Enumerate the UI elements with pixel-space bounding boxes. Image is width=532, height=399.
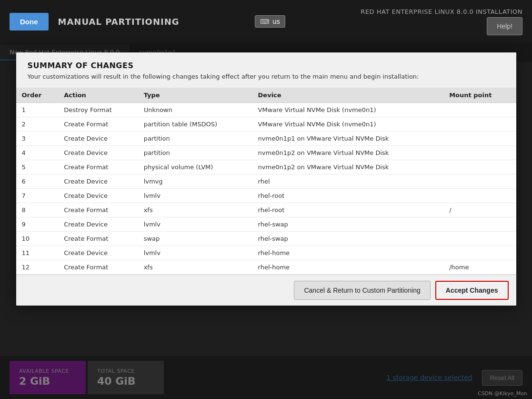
cell-action: Create Device — [58, 246, 138, 260]
col-order: Order — [16, 88, 59, 103]
cell-type: physical volume (LVM) — [138, 160, 252, 174]
col-action: Action — [58, 88, 138, 103]
table-row: 9 Create Device lvmlv rhel-swap — [16, 217, 516, 232]
cell-mount-point — [443, 217, 516, 232]
col-mount-point: Mount point — [443, 88, 516, 103]
table-row: 7 Create Device lvmlv rhel-root — [16, 189, 516, 203]
cell-type: Unknown — [138, 103, 252, 117]
changes-table: Order Action Type Device Mount point 1 D… — [16, 88, 516, 275]
table-row: 2 Create Format partition table (MSDOS) … — [16, 117, 516, 132]
cell-action: Destroy Format — [58, 103, 138, 117]
cell-device: rhel-home — [252, 246, 444, 260]
cell-action: Create Format — [58, 160, 138, 174]
cell-mount-point — [443, 160, 516, 174]
cell-type: partition table (MSDOS) — [138, 117, 252, 132]
cell-mount-point — [443, 232, 516, 246]
cell-order: 11 — [16, 246, 59, 260]
cell-action: Create Format — [58, 203, 138, 217]
cell-action: Create Format — [58, 260, 138, 275]
watermark: CSDN @Kikyo_Mon — [478, 390, 527, 397]
modal-description: Your customizations will result in the f… — [28, 73, 505, 80]
cell-mount-point — [443, 146, 516, 160]
cell-device: rhel-root — [252, 189, 444, 203]
cell-type: lvmvg — [138, 174, 252, 189]
help-button[interactable]: Help! — [487, 17, 522, 35]
cell-device: nvme0n1p2 on VMware Virtual NVMe Disk — [252, 160, 444, 174]
top-bar-right: RED HAT ENTERPRISE LINUX 8.0.0 INSTALLAT… — [361, 8, 522, 35]
installation-subtitle: RED HAT ENTERPRISE LINUX 8.0.0 INSTALLAT… — [361, 8, 522, 15]
cell-mount-point — [443, 103, 516, 117]
cell-mount-point — [443, 246, 516, 260]
cell-type: xfs — [138, 203, 252, 217]
cell-type: lvmlv — [138, 246, 252, 260]
cell-action: Create Device — [58, 189, 138, 203]
done-button[interactable]: Done — [10, 13, 49, 31]
table-row: 5 Create Format physical volume (LVM) nv… — [16, 160, 516, 174]
modal-footer: Cancel & Return to Custom Partitioning A… — [16, 275, 516, 306]
cell-action: Create Device — [58, 174, 138, 189]
top-bar: Done MANUAL PARTITIONING ⌨ us RED HAT EN… — [0, 0, 532, 43]
cell-device: rhel-swap — [252, 232, 444, 246]
cell-device: rhel-home — [252, 260, 444, 275]
keyboard-selector[interactable]: ⌨ us — [255, 15, 285, 28]
cell-type: xfs — [138, 260, 252, 275]
cell-type: partition — [138, 132, 252, 146]
modal-header: SUMMARY OF CHANGES Your customizations w… — [16, 52, 516, 88]
modal-overlay: SUMMARY OF CHANGES Your customizations w… — [0, 43, 532, 399]
cell-device: VMware Virtual NVMe Disk (nvme0n1) — [252, 117, 444, 132]
table-row: 3 Create Device partition nvme0n1p1 on V… — [16, 132, 516, 146]
cell-order: 9 — [16, 217, 59, 232]
cell-action: Create Format — [58, 232, 138, 246]
cell-mount-point — [443, 132, 516, 146]
cell-order: 2 — [16, 117, 59, 132]
table-row: 8 Create Format xfs rhel-root / — [16, 203, 516, 217]
top-bar-left: Done MANUAL PARTITIONING — [10, 13, 180, 31]
col-device: Device — [252, 88, 444, 103]
cell-order: 10 — [16, 232, 59, 246]
cell-order: 3 — [16, 132, 59, 146]
cell-order: 4 — [16, 146, 59, 160]
cell-type: lvmlv — [138, 189, 252, 203]
cell-mount-point — [443, 189, 516, 203]
cell-device: VMware Virtual NVMe Disk (nvme0n1) — [252, 103, 444, 117]
col-type: Type — [138, 88, 252, 103]
cell-order: 12 — [16, 260, 59, 275]
cell-mount-point: /home — [443, 260, 516, 275]
cell-mount-point — [443, 117, 516, 132]
cell-mount-point: / — [443, 203, 516, 217]
cell-order: 7 — [16, 189, 59, 203]
table-row: 4 Create Device partition nvme0n1p2 on V… — [16, 146, 516, 160]
cell-action: Create Device — [58, 217, 138, 232]
cell-order: 1 — [16, 103, 59, 117]
cell-device: rhel-swap — [252, 217, 444, 232]
cell-device: nvme0n1p1 on VMware Virtual NVMe Disk — [252, 132, 444, 146]
cell-order: 5 — [16, 160, 59, 174]
cell-action: Create Device — [58, 146, 138, 160]
table-row: 10 Create Format swap rhel-swap — [16, 232, 516, 246]
cell-mount-point — [443, 174, 516, 189]
table-row: 1 Destroy Format Unknown VMware Virtual … — [16, 103, 516, 117]
table-row: 12 Create Format xfs rhel-home /home — [16, 260, 516, 275]
table-row: 6 Create Device lvmvg rhel — [16, 174, 516, 189]
summary-modal: SUMMARY OF CHANGES Your customizations w… — [16, 52, 516, 306]
cell-order: 6 — [16, 174, 59, 189]
keyboard-lang: us — [272, 18, 280, 25]
cell-device: nvme0n1p2 on VMware Virtual NVMe Disk — [252, 146, 444, 160]
cancel-button[interactable]: Cancel & Return to Custom Partitioning — [294, 281, 430, 300]
page-title: MANUAL PARTITIONING — [58, 17, 180, 27]
cell-type: partition — [138, 146, 252, 160]
cell-device: rhel — [252, 174, 444, 189]
modal-title: SUMMARY OF CHANGES — [28, 61, 505, 70]
cell-device: rhel-root — [252, 203, 444, 217]
table-row: 11 Create Device lvmlv rhel-home — [16, 246, 516, 260]
table-header-row: Order Action Type Device Mount point — [16, 88, 516, 103]
keyboard-icon: ⌨ — [260, 18, 270, 25]
main-content: New Red Hat Enterprise Linux 8.0.0 nvme0… — [0, 43, 532, 399]
accept-changes-button[interactable]: Accept Changes — [435, 281, 509, 300]
keyboard-badge[interactable]: ⌨ us — [255, 15, 285, 28]
cell-type: swap — [138, 232, 252, 246]
cell-action: Create Device — [58, 132, 138, 146]
cell-order: 8 — [16, 203, 59, 217]
cell-action: Create Format — [58, 117, 138, 132]
cell-type: lvmlv — [138, 217, 252, 232]
